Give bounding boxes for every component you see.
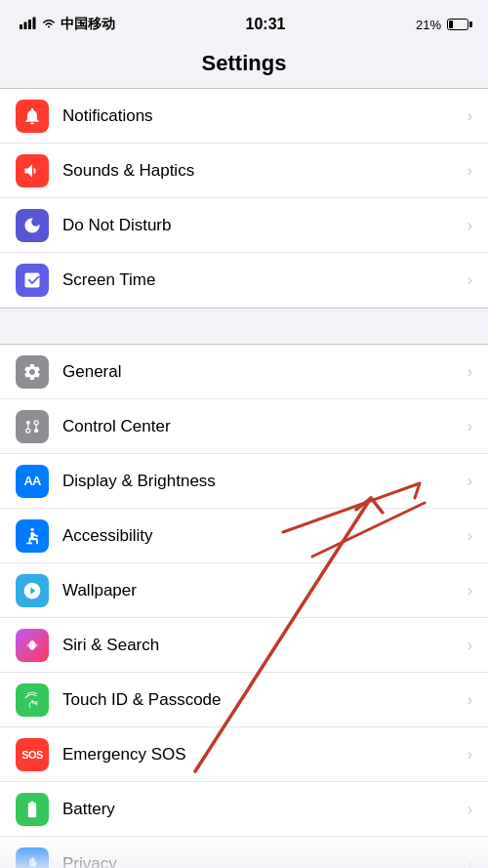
- row-general[interactable]: General ›: [0, 345, 488, 399]
- display-chevron: ›: [468, 473, 472, 490]
- svg-rect-3: [33, 18, 36, 30]
- accessibility-label: Accessibility: [62, 526, 464, 546]
- accessibility-icon: [16, 519, 49, 553]
- carrier-label: 中国移动: [61, 16, 115, 33]
- notifications-label: Notifications: [62, 106, 464, 126]
- battery-chevron: ›: [468, 801, 472, 818]
- screentime-label: Screen Time: [62, 270, 464, 290]
- row-privacy[interactable]: Privacy ›: [0, 837, 488, 868]
- row-siri[interactable]: Siri & Search ›: [0, 618, 488, 673]
- svg-point-5: [34, 420, 38, 424]
- accessibility-chevron: ›: [468, 527, 472, 545]
- status-bar: 中国移动 10:31 21%: [0, 0, 488, 43]
- siri-icon: [16, 629, 49, 662]
- row-sounds[interactable]: Sounds & Haptics ›: [0, 144, 488, 198]
- svg-point-7: [34, 429, 38, 433]
- signal-bars: [20, 17, 37, 32]
- notifications-chevron: ›: [468, 107, 472, 125]
- emergencysos-chevron: ›: [468, 746, 472, 764]
- donotdisturb-label: Do Not Disturb: [62, 216, 464, 235]
- battery-icon: [447, 19, 468, 30]
- svg-point-6: [26, 429, 30, 433]
- battery-settings-icon: [16, 793, 49, 826]
- svg-point-12: [26, 642, 38, 647]
- touchid-icon: [16, 683, 49, 717]
- nav-header: Settings: [0, 43, 488, 88]
- svg-rect-2: [28, 20, 31, 29]
- general-icon: [16, 355, 49, 389]
- battery-area: 21%: [416, 18, 468, 32]
- row-donotdisturb[interactable]: Do Not Disturb ›: [0, 198, 488, 253]
- controlcenter-label: Control Center: [62, 417, 464, 436]
- controlcenter-icon: [16, 410, 49, 443]
- emergencysos-label: Emergency SOS: [62, 745, 464, 765]
- row-screentime[interactable]: Screen Time ›: [0, 253, 488, 308]
- row-battery[interactable]: Battery ›: [0, 782, 488, 837]
- row-emergencysos[interactable]: SOS Emergency SOS ›: [0, 727, 488, 782]
- svg-rect-0: [20, 24, 22, 29]
- general-chevron: ›: [468, 363, 472, 381]
- emergencysos-icon: SOS: [16, 738, 49, 771]
- display-icon: AA: [16, 465, 49, 498]
- wallpaper-icon: [16, 574, 49, 607]
- wifi-icon: [41, 17, 57, 32]
- display-label: Display & Brightness: [62, 472, 464, 491]
- page-title: Settings: [202, 51, 287, 75]
- settings-section-1: Notifications › Sounds & Haptics › Do No…: [0, 88, 488, 309]
- controlcenter-chevron: ›: [468, 418, 472, 435]
- svg-rect-1: [24, 22, 27, 30]
- privacy-label: Privacy: [62, 854, 464, 868]
- donotdisturb-chevron: ›: [468, 217, 472, 234]
- privacy-chevron: ›: [468, 855, 472, 868]
- battery-percent: 21%: [416, 18, 441, 32]
- sounds-icon: [16, 154, 49, 187]
- sounds-chevron: ›: [468, 162, 472, 180]
- svg-point-4: [26, 420, 30, 424]
- screentime-chevron: ›: [468, 271, 472, 289]
- siri-chevron: ›: [468, 637, 472, 654]
- sounds-label: Sounds & Haptics: [62, 161, 464, 181]
- row-display[interactable]: AA Display & Brightness ›: [0, 454, 488, 509]
- general-label: General: [62, 362, 464, 382]
- screentime-icon: [16, 264, 49, 297]
- privacy-icon: [16, 847, 49, 868]
- touchid-chevron: ›: [468, 691, 472, 709]
- wallpaper-label: Wallpaper: [62, 581, 464, 600]
- notifications-icon: [16, 100, 49, 133]
- settings-section-2: General › Control Center › AA Display & …: [0, 344, 488, 868]
- row-notifications[interactable]: Notifications ›: [0, 89, 488, 144]
- touchid-label: Touch ID & Passcode: [62, 690, 464, 710]
- donotdisturb-icon: [16, 209, 49, 242]
- clock: 10:31: [246, 16, 286, 33]
- svg-point-10: [30, 527, 33, 530]
- battery-label: Battery: [62, 800, 464, 819]
- carrier-info: 中国移动: [20, 16, 115, 33]
- row-touchid[interactable]: Touch ID & Passcode ›: [0, 673, 488, 727]
- siri-label: Siri & Search: [62, 636, 464, 655]
- row-wallpaper[interactable]: Wallpaper ›: [0, 563, 488, 618]
- wallpaper-chevron: ›: [468, 582, 472, 599]
- row-controlcenter[interactable]: Control Center ›: [0, 399, 488, 454]
- row-accessibility[interactable]: Accessibility ›: [0, 509, 488, 563]
